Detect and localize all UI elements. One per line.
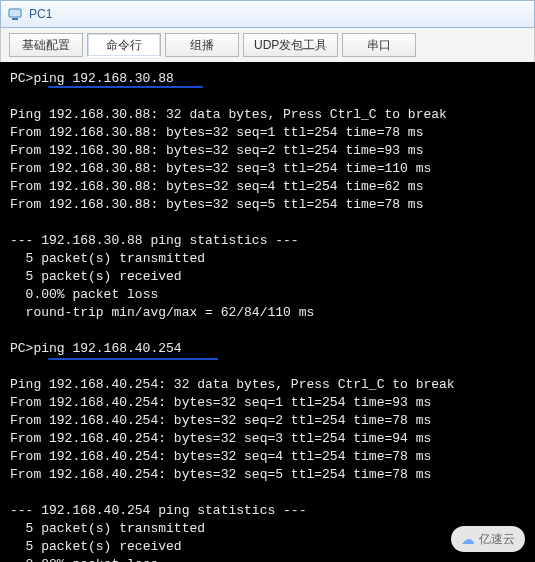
tab-label: UDP发包工具 [254, 37, 327, 54]
terminal-output[interactable]: PC>ping 192.168.30.88 Ping 192.168.30.88… [0, 62, 535, 562]
tab-udp[interactable]: UDP发包工具 [243, 33, 338, 57]
watermark-text: 亿速云 [479, 530, 515, 548]
tab-label: 基础配置 [22, 37, 70, 54]
app-icon [7, 6, 23, 22]
tab-label: 串口 [367, 37, 391, 54]
tab-cli[interactable]: 命令行 [87, 33, 161, 57]
cloud-icon: ☁ [461, 530, 475, 548]
watermark-badge: ☁ 亿速云 [451, 526, 525, 552]
svg-rect-1 [12, 18, 18, 20]
window-title: PC1 [29, 7, 52, 21]
annotation-underline [48, 358, 218, 360]
window-titlebar: PC1 [0, 0, 535, 28]
tab-label: 命令行 [106, 37, 142, 54]
tab-label: 组播 [190, 37, 214, 54]
annotation-underline [48, 86, 203, 88]
svg-rect-2 [10, 10, 20, 16]
tab-basic[interactable]: 基础配置 [9, 33, 83, 57]
tab-bar: 基础配置 命令行 组播 UDP发包工具 串口 [0, 28, 535, 62]
tab-serial[interactable]: 串口 [342, 33, 416, 57]
tab-mcast[interactable]: 组播 [165, 33, 239, 57]
